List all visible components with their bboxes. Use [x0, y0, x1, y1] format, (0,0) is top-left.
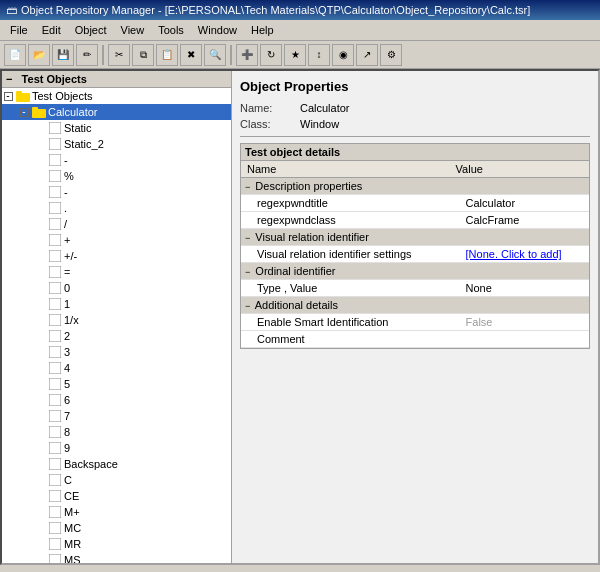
- svg-rect-19: [49, 362, 61, 374]
- tree-item-c[interactable]: C: [2, 472, 231, 488]
- tree-icon-seven: [48, 409, 62, 423]
- tree-item-ce[interactable]: CE: [2, 488, 231, 504]
- tree-label-root: Test Objects: [32, 90, 93, 102]
- svg-rect-3: [32, 107, 38, 111]
- toolbar-btn-7[interactable]: 📋: [156, 44, 178, 66]
- section-label: − Description properties: [241, 178, 589, 195]
- tree-expand-root[interactable]: -: [2, 90, 14, 102]
- collapse-icon[interactable]: −: [245, 233, 250, 243]
- menu-item-help[interactable]: Help: [245, 22, 280, 38]
- collapse-icon[interactable]: −: [245, 301, 250, 311]
- details-table: Name Value − Description propertiesregex…: [241, 161, 589, 348]
- menu-item-object[interactable]: Object: [69, 22, 113, 38]
- toolbar-btn-1[interactable]: 📂: [28, 44, 50, 66]
- menu-item-view[interactable]: View: [115, 22, 151, 38]
- tree-item-mplus[interactable]: M+: [2, 504, 231, 520]
- detail-value: None: [450, 280, 589, 297]
- tree-icon-mplus: [48, 505, 62, 519]
- toolbar-btn-3[interactable]: ✏: [76, 44, 98, 66]
- tree-expand-calculator[interactable]: -: [18, 106, 30, 118]
- class-row: Class: Window: [240, 118, 590, 130]
- svg-rect-5: [49, 138, 61, 150]
- toolbar-btn-14[interactable]: ↕: [308, 44, 330, 66]
- tree-icon-minus: [48, 185, 62, 199]
- detail-value[interactable]: [None. Click to add]: [450, 246, 589, 263]
- tree-label-one: 1: [64, 298, 70, 310]
- tree-expand-three: [34, 346, 46, 358]
- title-bar-label: Object Repository Manager - [E:\PERSONAL…: [21, 4, 530, 16]
- tree-item-zero[interactable]: 0: [2, 280, 231, 296]
- tree-header-label: Test Objects: [22, 73, 87, 85]
- toolbar-btn-0[interactable]: 📄: [4, 44, 26, 66]
- toolbar-btn-15[interactable]: ◉: [332, 44, 354, 66]
- toolbar-btn-5[interactable]: ✂: [108, 44, 130, 66]
- tree-item-equals[interactable]: =: [2, 264, 231, 280]
- collapse-icon[interactable]: −: [245, 182, 250, 192]
- tree-icon-plusminus: [48, 249, 62, 263]
- tree-item-plusminus[interactable]: +/-: [2, 248, 231, 264]
- menu-item-tools[interactable]: Tools: [152, 22, 190, 38]
- tree-label-zero: 0: [64, 282, 70, 294]
- tree-item-three[interactable]: 3: [2, 344, 231, 360]
- tree-icon-mc: [48, 521, 62, 535]
- detail-row: regexpwndclassCalcFrame: [241, 212, 589, 229]
- toolbar-btn-6[interactable]: ⧉: [132, 44, 154, 66]
- section-label: − Additional details: [241, 297, 589, 314]
- tree-label-mc: MC: [64, 522, 81, 534]
- svg-rect-21: [49, 394, 61, 406]
- tree-item-slash[interactable]: /: [2, 216, 231, 232]
- tree-label-dot: .: [64, 202, 67, 214]
- tree-label-equals: =: [64, 266, 70, 278]
- tree-item-backspace[interactable]: Backspace: [2, 456, 231, 472]
- toolbar-btn-11[interactable]: ➕: [236, 44, 258, 66]
- tree-item-calculator[interactable]: -Calculator: [2, 104, 231, 120]
- tree-item-nine[interactable]: 9: [2, 440, 231, 456]
- menu-item-window[interactable]: Window: [192, 22, 243, 38]
- obj-props-title: Object Properties: [240, 79, 590, 94]
- tree-label-onex: 1/x: [64, 314, 79, 326]
- tree-item-mc[interactable]: MC: [2, 520, 231, 536]
- toolbar-btn-16[interactable]: ↗: [356, 44, 378, 66]
- tree-item-five[interactable]: 5: [2, 376, 231, 392]
- tree-label-ce: CE: [64, 490, 79, 502]
- toolbar-btn-17[interactable]: ⚙: [380, 44, 402, 66]
- class-value: Window: [300, 118, 339, 130]
- tree-expand-ce: [34, 490, 46, 502]
- menu-item-edit[interactable]: Edit: [36, 22, 67, 38]
- tree-item-static[interactable]: Static: [2, 120, 231, 136]
- tree-item-onex[interactable]: 1/x: [2, 312, 231, 328]
- tree-expand-root[interactable]: −: [6, 73, 12, 85]
- tree-item-eight[interactable]: 8: [2, 424, 231, 440]
- tree-item-root[interactable]: -Test Objects: [2, 88, 231, 104]
- toolbar-btn-2[interactable]: 💾: [52, 44, 74, 66]
- toolbar-btn-13[interactable]: ★: [284, 44, 306, 66]
- tree-item-six[interactable]: 6: [2, 392, 231, 408]
- menu-bar: FileEditObjectViewToolsWindowHelp: [0, 20, 600, 41]
- tree-item-mr[interactable]: MR: [2, 536, 231, 552]
- menu-item-file[interactable]: File: [4, 22, 34, 38]
- svg-rect-17: [49, 330, 61, 342]
- tree-item-four[interactable]: 4: [2, 360, 231, 376]
- tree-expand-mc: [34, 522, 46, 534]
- tree-item-one[interactable]: 1: [2, 296, 231, 312]
- tree-item-minus[interactable]: -: [2, 184, 231, 200]
- tree-item-dash[interactable]: -: [2, 152, 231, 168]
- toolbar-btn-9[interactable]: 🔍: [204, 44, 226, 66]
- tree-item-two[interactable]: 2: [2, 328, 231, 344]
- toolbar: 📄📂💾✏✂⧉📋✖🔍➕↻★↕◉↗⚙: [0, 41, 600, 69]
- collapse-icon[interactable]: −: [245, 267, 250, 277]
- toolbar-btn-12[interactable]: ↻: [260, 44, 282, 66]
- tree-item-dot[interactable]: .: [2, 200, 231, 216]
- detail-value: CalcFrame: [450, 212, 589, 229]
- tree-item-seven[interactable]: 7: [2, 408, 231, 424]
- tree-item-static2[interactable]: Static_2: [2, 136, 231, 152]
- tree-label-slash: /: [64, 218, 67, 230]
- tree-item-plus[interactable]: +: [2, 232, 231, 248]
- tree-item-ms[interactable]: MS: [2, 552, 231, 563]
- detail-value: Calculator: [450, 195, 589, 212]
- tree-container: -Test Objects-CalculatorStaticStatic_2-%…: [2, 88, 231, 563]
- svg-rect-29: [49, 522, 61, 534]
- toolbar-btn-8[interactable]: ✖: [180, 44, 202, 66]
- details-section: Test object details Name Value − Descrip…: [240, 143, 590, 349]
- tree-item-percent[interactable]: %: [2, 168, 231, 184]
